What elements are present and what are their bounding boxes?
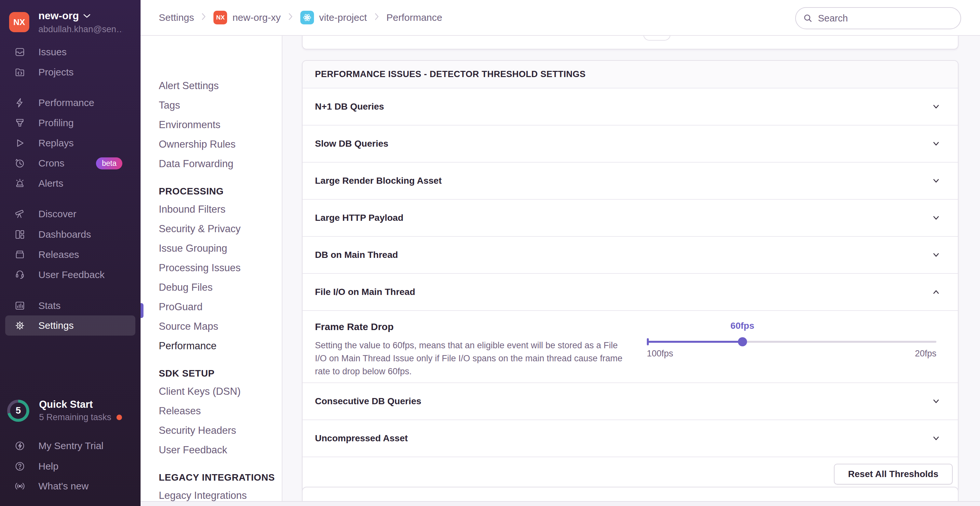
siren-icon — [14, 178, 25, 189]
org-avatar[interactable]: NX — [9, 12, 29, 32]
frame-rate-drop-section: Frame Rate Drop Setting the value to 60f… — [302, 310, 958, 382]
org-switcher[interactable]: NX new-org abdullah.khan@sen… — [9, 10, 123, 35]
horizontal-scrollbar-track[interactable] — [140, 501, 980, 506]
sidebar-item-discover[interactable]: Discover — [5, 204, 135, 224]
search-box[interactable] — [795, 7, 961, 29]
subnav-issue-grouping[interactable]: Issue Grouping — [159, 239, 227, 258]
quickstart-subtitle: 5 Remaining tasks — [39, 412, 111, 422]
subnav-debug-files[interactable]: Debug Files — [159, 278, 212, 297]
sidebar-item-projects[interactable]: Projects — [5, 62, 135, 82]
sidebar-item-whats-new[interactable]: What's new — [5, 476, 135, 496]
threshold-row-large-http-payload[interactable]: Large HTTP Payload — [302, 199, 958, 236]
chevron-down-icon — [931, 250, 941, 260]
breadcrumb-project[interactable]: vite-project — [300, 11, 367, 24]
archive-icon — [14, 249, 25, 260]
slider-value-label: 60fps — [723, 320, 762, 331]
sidebar-item-releases[interactable]: Releases — [5, 244, 135, 265]
reset-all-thresholds-button[interactable]: Reset All Thresholds — [834, 464, 953, 485]
threshold-row-consecutive-db-queries[interactable]: Consecutive DB Queries — [302, 382, 958, 419]
sidebar-item-alerts[interactable]: Alerts — [5, 173, 135, 194]
sidebar-item-help[interactable]: Help — [5, 456, 135, 476]
slider-thumb[interactable] — [738, 337, 747, 346]
subnav-proguard[interactable]: ProGuard — [159, 297, 202, 317]
subnav-processing-issues[interactable]: Processing Issues — [159, 258, 241, 278]
help-icon — [14, 461, 25, 472]
flashlight-icon — [14, 117, 25, 128]
chevron-up-icon — [931, 287, 941, 297]
sidebar-item-label: Performance — [38, 97, 94, 108]
sidebar-item-replays[interactable]: Replays — [5, 133, 135, 153]
collapsed-panel-handle[interactable] — [643, 35, 671, 41]
panel-title: PERFORMANCE ISSUES - DETECTOR THRESHOLD … — [302, 61, 958, 88]
frame-rate-slider: 60fps 100fps 20fps — [647, 320, 936, 373]
sidebar-item-profiling[interactable]: Profiling — [5, 113, 135, 133]
sidebar-item-settings[interactable]: Settings — [5, 316, 135, 336]
sidebar-item-user-feedback[interactable]: User Feedback — [5, 265, 135, 285]
breadcrumb-page: Performance — [387, 12, 442, 23]
slider-max-label: 20fps — [915, 349, 936, 359]
sidebar-item-label: Crons — [38, 158, 64, 169]
detector-threshold-panel: PERFORMANCE ISSUES - DETECTOR THRESHOLD … — [302, 60, 959, 492]
projects-icon — [14, 67, 25, 78]
chevron-right-icon — [374, 12, 379, 23]
primary-sidebar: NX new-org abdullah.khan@sen… Issues Pro… — [0, 0, 140, 506]
sidebar-item-performance[interactable]: Performance — [5, 93, 135, 113]
subnav-client-keys[interactable]: Client Keys (DSN) — [159, 382, 241, 401]
sidebar-item-label: Dashboards — [38, 229, 91, 240]
threshold-row-file-io-on-main-thread[interactable]: File I/O on Main Thread — [302, 273, 958, 310]
scrolled-panel-bottom — [302, 35, 959, 49]
sidebar-item-label: My Sentry Trial — [38, 440, 103, 451]
sidebar-item-my-sentry-trial[interactable]: My Sentry Trial — [5, 436, 135, 456]
subnav-security-headers[interactable]: Security Headers — [159, 421, 236, 440]
breadcrumb-org[interactable]: NX new-org-xy — [213, 11, 280, 24]
sidebar-item-label: Issues — [38, 46, 67, 57]
subnav-releases[interactable]: Releases — [159, 401, 201, 421]
slider-track[interactable] — [647, 341, 936, 343]
sidebar-item-issues[interactable]: Issues — [5, 42, 135, 62]
react-project-icon — [300, 11, 314, 24]
subnav-user-feedback[interactable]: User Feedback — [159, 440, 227, 460]
breadcrumb-settings[interactable]: Settings — [159, 12, 194, 23]
quickstart-count: 5 — [7, 400, 29, 422]
subnav-performance[interactable]: Performance — [159, 336, 216, 356]
threshold-row-n1-db-queries[interactable]: N+1 DB Queries — [302, 88, 958, 125]
subnav-environments[interactable]: Environments — [159, 115, 221, 135]
setting-description: Setting the value to 60fps, means that a… — [315, 339, 624, 378]
chevron-down-icon — [83, 14, 91, 18]
alert-dot — [116, 415, 122, 420]
threshold-row-db-on-main-thread[interactable]: DB on Main Thread — [302, 236, 958, 273]
sidebar-item-stats[interactable]: Stats — [5, 296, 135, 316]
breadcrumb-org-label: new-org-xy — [232, 12, 280, 23]
subnav-alert-settings[interactable]: Alert Settings — [159, 76, 219, 95]
subnav-inbound-filters[interactable]: Inbound Filters — [159, 200, 226, 219]
subnav-tags[interactable]: Tags — [159, 95, 180, 115]
sidebar-item-dashboards[interactable]: Dashboards — [5, 224, 135, 244]
play-icon — [14, 138, 25, 149]
chevron-down-icon — [931, 102, 941, 111]
org-name[interactable]: new-org — [38, 10, 79, 22]
sidebar-item-crons[interactable]: Crons beta — [5, 153, 135, 173]
chevron-down-icon — [931, 213, 941, 223]
threshold-row-slow-db-queries[interactable]: Slow DB Queries — [302, 125, 958, 162]
subnav-security-privacy[interactable]: Security & Privacy — [159, 219, 241, 239]
subnav-source-maps[interactable]: Source Maps — [159, 317, 218, 336]
next-panel-top-sliver — [302, 487, 959, 501]
trial-bolt-icon — [14, 440, 25, 451]
sidebar-item-label: What's new — [38, 481, 89, 492]
sidebar-item-label: Settings — [38, 320, 73, 331]
sidebar-item-label: Profiling — [38, 117, 73, 128]
subnav-ownership-rules[interactable]: Ownership Rules — [159, 135, 235, 154]
quick-start[interactable]: 5 Quick Start 5 Remaining tasks — [7, 399, 122, 422]
org-user-email: abdullah.khan@sen… — [38, 24, 123, 35]
threshold-row-uncompressed-asset[interactable]: Uncompressed Asset — [302, 419, 958, 457]
threshold-row-large-render-blocking-asset[interactable]: Large Render Blocking Asset — [302, 162, 958, 199]
quickstart-progress-ring: 5 — [7, 400, 29, 422]
chevron-right-icon — [201, 12, 206, 23]
chevron-down-icon — [931, 139, 941, 149]
chevron-right-icon — [288, 12, 293, 23]
gear-icon — [14, 320, 25, 331]
subnav-data-forwarding[interactable]: Data Forwarding — [159, 154, 233, 174]
main-content: PERFORMANCE ISSUES - DETECTOR THRESHOLD … — [282, 35, 980, 501]
headset-icon — [14, 269, 25, 280]
search-input[interactable] — [817, 13, 942, 24]
